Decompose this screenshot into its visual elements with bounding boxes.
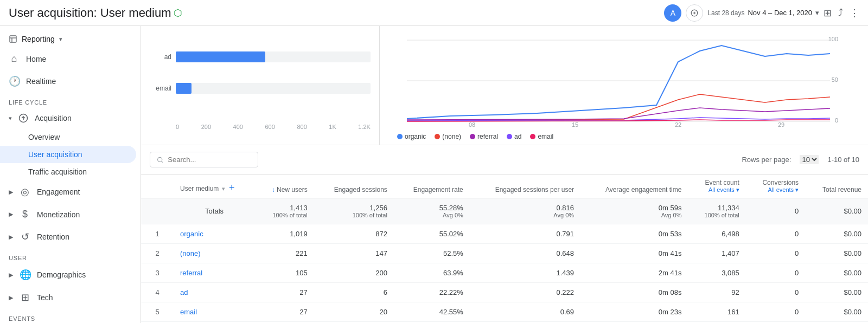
sidebar-item-retention[interactable]: ▶ ↺ Retention [0,225,136,248]
avatar[interactable]: A [664,4,681,22]
axis-400: 400 [233,124,243,130]
totals-num [141,198,174,224]
sidebar-item-overview[interactable]: Overview [0,128,136,146]
row-engaged-per-user: 0.222 [470,283,580,302]
search-box[interactable] [150,152,258,167]
table-header-row: User medium ▾ + ↓ New users Engaged sess… [141,175,868,198]
more-options-icon[interactable]: ⋮ [850,7,859,19]
top-bar: User acquisition: User medium ⬡ A Last 2… [0,0,868,26]
axis-1-2k: 1.2K [358,124,371,130]
col-user-medium[interactable]: User medium ▾ + [174,175,255,198]
search-input[interactable] [168,156,251,164]
referral-dot [470,134,475,139]
col-num [141,175,174,198]
row-total-revenue: $0.00 [805,283,868,302]
totals-conversions: 0 [746,198,805,224]
row-new-users: 221 [255,244,314,263]
row-avg-engagement: 0m 08s [580,283,688,302]
sidebar-item-home[interactable]: ⌂ Home [0,48,136,70]
search-icon [157,156,163,164]
totals-row: Totals 1,413 100% of total 1,256 100% of… [141,198,868,224]
table-icon[interactable]: ⊞ [824,7,832,19]
x-label-15: 15 [572,121,578,127]
chart-legend: organic (none) referral ad [388,128,859,145]
row-total-revenue: $0.00 [805,263,868,283]
date-range[interactable]: Last 28 days Nov 4 – Dec 1, 2020 ▾ [707,9,819,17]
row-total-revenue: $0.00 [805,302,868,322]
table-body: Totals 1,413 100% of total 1,256 100% of… [141,198,868,324]
sidebar-item-acquisition[interactable]: ▾ Acquisition [0,108,141,128]
line-chart: 100 50 0 [380,26,868,145]
y-label-100: 100 [828,36,838,42]
totals-engagement-rate: 55.28% Avg 0% [394,198,470,224]
row-medium[interactable]: (none) [174,244,255,263]
reporting-chevron: ▾ [59,36,62,43]
row-total-revenue: $0.00 [805,224,868,244]
share-icon[interactable]: ⤴ [838,7,843,18]
row-conversions: 0 [746,263,805,283]
sidebar-item-user-acquisition[interactable]: User acquisition [0,146,136,163]
col-new-users[interactable]: ↓ New users [255,175,314,198]
email-label: email [538,133,553,140]
realtime-label: Realtime [26,77,56,86]
demographics-icon: 🌐 [20,269,30,281]
legend-referral: referral [470,133,498,140]
monetization-label: Monetization [37,210,80,219]
totals-revenue: $0.00 [805,198,868,224]
row-engaged-sessions: 6 [314,283,394,302]
none-line [407,94,830,120]
home-label: Home [26,55,46,63]
chevron-right-icon3: ▶ [9,234,13,241]
table-section: Rows per page: 10 25 50 1-10 of 10 User … [141,145,868,323]
add-column-button[interactable]: + [229,182,235,193]
row-medium[interactable]: referral [174,263,255,283]
legend-email: email [530,133,553,140]
bar-track-ad [176,51,371,62]
add-comparison-button[interactable] [686,4,703,22]
table-toolbar: Rows per page: 10 25 50 1-10 of 10 [141,145,868,175]
row-engagement-rate: 42.55% [394,302,470,322]
row-num: 4 [141,283,174,302]
sidebar-item-tech[interactable]: ▶ ⊞ Tech [0,286,136,309]
y-label-50: 50 [832,76,838,83]
sidebar-item-realtime[interactable]: 🕐 Realtime [0,70,136,93]
traffic-acquisition-label: Traffic acquisition [28,167,87,176]
events-section-label: EVENTS [0,309,141,323]
sidebar-item-engagement[interactable]: ▶ ◎ Engagement [0,180,136,203]
user-acquisition-label: User acquisition [28,150,82,159]
row-num: 2 [141,244,174,263]
top-bar-icons: ⊞ ⤴ ⋮ [824,7,859,19]
table-row: 2 (none) 221 147 52.5% 0.648 0m 41s 1,40… [141,244,868,263]
bar-track-email [176,83,371,94]
axis-200: 200 [201,124,211,130]
row-new-users: 27 [255,302,314,322]
legend-none: (none) [435,133,461,140]
event-count-filter[interactable]: All events ▾ [694,186,739,193]
col-event-count: Event count All events ▾ [688,175,745,198]
retention-icon: ↺ [20,231,30,243]
row-event-count: 1,407 [688,244,745,263]
row-event-count: 6,498 [688,224,745,244]
row-medium[interactable]: organic [174,224,255,244]
acquisition-icon [18,113,28,123]
sidebar-header[interactable]: Reporting ▾ [0,30,141,48]
external-link-icon[interactable]: ⬡ [174,7,182,19]
user-medium-dropdown[interactable]: ▾ [222,185,225,192]
row-engaged-sessions: 20 [314,302,394,322]
sidebar-item-demographics[interactable]: ▶ 🌐 Demographics [0,263,136,286]
sidebar-item-monetization[interactable]: ▶ $ Monetization [0,203,136,225]
sidebar: Reporting ▾ ⌂ Home 🕐 Realtime LIFE CYCLE… [0,26,141,323]
bar-axis: 0 200 400 600 800 1K 1.2K [150,124,371,130]
engagement-rate-label: Engagement rate [413,186,463,193]
date-dropdown-icon[interactable]: ▾ [815,9,819,17]
sidebar-item-traffic-acquisition[interactable]: Traffic acquisition [0,163,136,180]
rows-per-page-select[interactable]: 10 25 50 [800,155,819,164]
conversions-label: Conversions [752,179,799,186]
row-medium[interactable]: ad [174,283,255,302]
data-table: User medium ▾ + ↓ New users Engaged sess… [141,175,868,323]
conversions-filter[interactable]: All events ▾ [752,186,799,193]
bar-label-email: email [150,85,171,92]
row-medium[interactable]: email [174,302,255,322]
date-label: Last 28 days [707,9,744,17]
avg-engagement-label: Average engagement time [605,186,682,193]
